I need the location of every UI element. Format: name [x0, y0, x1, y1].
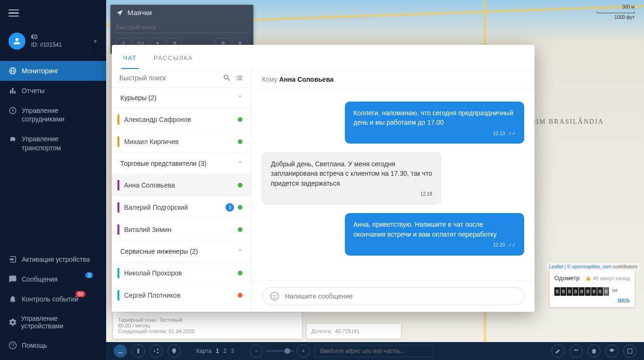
sidebar: €0 ID: #101541 ▼ Мониторинг Отчеты Управ… — [0, 0, 106, 360]
nav-events[interactable]: Контроль событий 88 — [0, 289, 106, 309]
svg-point-11 — [157, 349, 159, 351]
fullscreen-icon[interactable] — [623, 344, 636, 358]
contact-item[interactable]: Михаил Кирпичев — [112, 131, 251, 153]
svg-rect-5 — [14, 91, 16, 94]
map-tabs: Карта 1 2 3 — [195, 348, 235, 354]
hamburger-menu[interactable] — [8, 8, 19, 19]
contact-item[interactable]: Валерий Подгорский3 — [112, 197, 251, 219]
contacts-list: Курьеры (2)⌃Александр СафроновМихаил Кир… — [112, 69, 251, 312]
svg-point-17 — [273, 295, 274, 296]
message-list: Коллеги, напоминаю, что сегодня предпраз… — [251, 90, 535, 280]
device-details-right: Долгота: -40.725141 — [307, 324, 401, 339]
pencil-icon[interactable] — [552, 344, 565, 358]
svg-text:?: ? — [11, 343, 14, 348]
nav-label: Сообщения — [22, 275, 58, 283]
svg-point-18 — [276, 295, 276, 296]
message-input[interactable] — [285, 292, 516, 300]
zoom-slider[interactable]: − + — [250, 344, 310, 358]
contact-item[interactable]: Виталий Зимин — [112, 219, 251, 241]
svg-rect-4 — [12, 88, 14, 94]
nav-label: Помощь — [22, 342, 47, 349]
globe-icon — [8, 67, 22, 75]
nav-activate[interactable]: Активация устройства — [0, 249, 106, 269]
contact-item[interactable]: Александр Сафронов — [112, 109, 251, 131]
odometer-unit-link[interactable]: миль — [618, 297, 630, 302]
devices-title: Маячки — [127, 9, 152, 17]
search-icon[interactable] — [223, 74, 231, 82]
nav-label: Управление устройствами — [21, 315, 98, 330]
chat-modal: ЧАТ РАССЫЛКА Курьеры (2)⌃Александр Сафро… — [112, 45, 535, 312]
nav-label: Активация устройства — [22, 256, 90, 263]
svg-point-16 — [271, 292, 279, 300]
home-icon[interactable] — [587, 344, 601, 358]
odometer-digits: 000000000 — [554, 287, 609, 296]
address-input[interactable] — [315, 345, 434, 357]
user-balance: €0 — [31, 33, 62, 41]
contact-group[interactable]: Курьеры (2)⌃ — [112, 87, 251, 109]
nav-devices[interactable]: Управление устройствами — [0, 309, 106, 335]
exit-icon — [8, 255, 22, 264]
group-icon[interactable] — [569, 344, 583, 358]
badge-events: 88 — [75, 291, 85, 297]
ruler-icon[interactable] — [114, 344, 127, 358]
warning-icon — [585, 275, 591, 281]
layers-icon[interactable] — [605, 344, 619, 358]
clock-icon — [8, 106, 22, 115]
list-icon[interactable] — [235, 74, 243, 82]
pin-icon[interactable] — [167, 344, 181, 358]
map-tab-3[interactable]: 3 — [231, 348, 234, 354]
devices-search[interactable] — [116, 22, 248, 33]
gear-icon — [8, 318, 21, 326]
user-block[interactable]: €0 ID: #101541 ▼ — [0, 26, 106, 56]
nav-messages[interactable]: Сообщения 3 — [0, 269, 106, 289]
scale-bar: 300 м 1000 фут — [597, 4, 635, 21]
contact-item[interactable]: Сергей Плотников — [112, 284, 251, 307]
location-arrow-icon — [116, 9, 124, 17]
map-attribution: Leaflet | © openmaptiles, osm contributo… — [547, 263, 639, 270]
svg-rect-3 — [10, 90, 11, 94]
message-outgoing: Анна, приветствую. Напишите в чат после … — [345, 213, 524, 255]
chat-recipient: Кому Анна Соловьева — [251, 69, 535, 90]
svg-point-10 — [154, 350, 156, 352]
tab-broadcast[interactable]: РАССЫЛКА — [152, 51, 195, 69]
message-outgoing: Коллеги, напоминаю, что сегодня предпраз… — [345, 102, 524, 144]
message-incoming: Добрый день, Светлана. У меня сегодня за… — [262, 152, 441, 205]
message-icon — [8, 275, 22, 283]
tab-chat[interactable]: ЧАТ — [121, 51, 139, 69]
nav-help[interactable]: ? Помощь — [0, 335, 106, 355]
nav-staff[interactable]: Управлениесотрудниками — [0, 101, 106, 129]
message-input-container — [262, 287, 524, 305]
badge-messages: 3 — [85, 272, 93, 278]
odometer-panel: Одометр 40 минут назад 000000000 км миль — [550, 270, 635, 307]
contact-group[interactable]: Торговые представители (3)⌃ — [112, 153, 251, 174]
user-id: #101541 — [40, 42, 62, 48]
map-tab-1[interactable]: 1 — [216, 348, 219, 354]
bottom-bar: Карта 1 2 3 − + — [106, 342, 644, 360]
zoom-out-icon[interactable]: − — [250, 344, 263, 358]
nav-bottom: Активация устройства Сообщения 3 Контрол… — [0, 249, 106, 355]
unread-badge: 3 — [226, 203, 234, 212]
nav-reports[interactable]: Отчеты — [0, 81, 106, 101]
share-icon[interactable] — [150, 344, 163, 358]
traffic-icon[interactable] — [132, 344, 145, 358]
svg-point-12 — [157, 352, 159, 354]
svg-point-13 — [575, 349, 577, 351]
bell-icon — [8, 295, 22, 303]
contact-item[interactable]: Николай Прохоров — [112, 262, 251, 284]
contact-group[interactable]: Сервисные инженеры (2)⌃ — [112, 241, 251, 262]
nav-label: Контроль событий — [22, 295, 78, 303]
nav-monitoring[interactable]: Мониторинг — [0, 61, 106, 81]
zoom-in-icon[interactable]: + — [297, 344, 310, 358]
chevron-down-icon: ▼ — [93, 39, 98, 44]
contact-search-input[interactable] — [119, 74, 219, 82]
svg-rect-9 — [137, 349, 139, 354]
chart-icon — [8, 86, 22, 95]
svg-point-14 — [577, 349, 578, 351]
nav-label: Мониторинг — [22, 67, 59, 75]
emoji-icon[interactable] — [270, 291, 279, 301]
map-tab-2[interactable]: 2 — [223, 348, 226, 354]
nav-transport[interactable]: Управлениетранспортом — [0, 129, 106, 157]
contact-item[interactable]: Анна Соловьева — [112, 174, 251, 197]
svg-rect-15 — [627, 349, 632, 353]
nav-main: Мониторинг Отчеты Управлениесотрудниками… — [0, 61, 106, 158]
